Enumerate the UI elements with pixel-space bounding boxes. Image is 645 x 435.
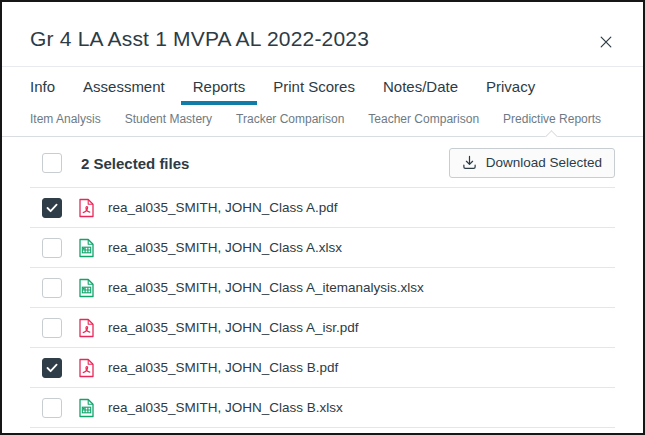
xlsx-file-icon (78, 398, 95, 418)
xlsx-file-icon (78, 278, 95, 298)
selection-row: 2 Selected files Download Selected (2, 137, 643, 187)
download-button-label: Download Selected (486, 155, 602, 170)
close-x-glyph (599, 35, 613, 49)
subtab-student-mastery[interactable]: Student Mastery (125, 112, 212, 136)
file-row: rea_al035_SMITH, JOHN_Class A.xlsx (30, 228, 615, 268)
subtab-teacher-comparison[interactable]: Teacher Comparison (368, 112, 479, 136)
tab-print-scores[interactable]: Print Scores (273, 78, 355, 105)
subtab-predictive-reports[interactable]: Predictive Reports (503, 112, 601, 136)
tab-assessment[interactable]: Assessment (83, 78, 165, 105)
modal-title: Gr 4 LA Asst 1 MVPA AL 2022-2023 (30, 27, 615, 51)
pdf-file-icon (78, 198, 95, 218)
close-icon[interactable] (595, 31, 617, 53)
modal-header: Gr 4 LA Asst 1 MVPA AL 2022-2023 (2, 2, 643, 51)
file-name: rea_al035_SMITH, JOHN_Class A_itemanalys… (108, 280, 424, 295)
file-name: rea_al035_SMITH, JOHN_Class B.xlsx (108, 400, 343, 415)
file-checkbox[interactable] (42, 198, 62, 218)
file-list: rea_al035_SMITH, JOHN_Class A.pdfrea_al0… (30, 187, 615, 428)
file-checkbox[interactable] (42, 358, 62, 378)
tab-privacy[interactable]: Privacy (486, 78, 535, 105)
select-all-checkbox[interactable] (42, 153, 62, 173)
file-name: rea_al035_SMITH, JOHN_Class A_isr.pdf (108, 320, 359, 335)
subtab-tracker-comparison[interactable]: Tracker Comparison (236, 112, 344, 136)
file-row: rea_al035_SMITH, JOHN_Class A.pdf (30, 188, 615, 228)
file-checkbox[interactable] (42, 278, 62, 298)
file-row: rea_al035_SMITH, JOHN_Class B.xlsx (30, 388, 615, 428)
subtab-item-analysis[interactable]: Item Analysis (30, 112, 101, 136)
download-selected-button[interactable]: Download Selected (449, 148, 615, 178)
tab-notes-date[interactable]: Notes/Date (383, 78, 458, 105)
file-row: rea_al035_SMITH, JOHN_Class A_itemanalys… (30, 268, 615, 308)
selection-count-label: 2 Selected files (81, 155, 189, 172)
file-checkbox[interactable] (42, 318, 62, 338)
tab-info[interactable]: Info (30, 78, 55, 105)
file-row: rea_al035_SMITH, JOHN_Class A_isr.pdf (30, 308, 615, 348)
tab-bar: InfoAssessmentReportsPrint ScoresNotes/D… (2, 67, 643, 105)
xlsx-file-icon (78, 238, 95, 258)
download-icon (462, 155, 477, 170)
pdf-file-icon (78, 358, 95, 378)
file-name: rea_al035_SMITH, JOHN_Class A.pdf (108, 200, 338, 215)
subtab-bar: Item AnalysisStudent MasteryTracker Comp… (2, 105, 643, 137)
file-name: rea_al035_SMITH, JOHN_Class B.pdf (108, 360, 338, 375)
file-row: rea_al035_SMITH, JOHN_Class B.pdf (30, 348, 615, 388)
file-checkbox[interactable] (42, 238, 62, 258)
file-checkbox[interactable] (42, 398, 62, 418)
pdf-file-icon (78, 318, 95, 338)
tab-reports[interactable]: Reports (193, 78, 246, 105)
file-name: rea_al035_SMITH, JOHN_Class A.xlsx (108, 240, 342, 255)
